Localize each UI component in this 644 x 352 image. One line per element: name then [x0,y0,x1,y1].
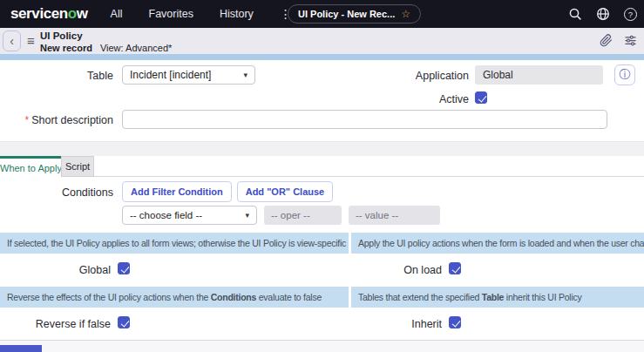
globe-icon[interactable] [596,7,610,21]
reverse-if-false-hint: Reverse the effects of the UI policy act… [0,287,349,308]
short-description-input[interactable] [122,110,607,129]
reverse-if-false-checkbox[interactable] [118,316,130,328]
inherit-checkbox[interactable] [449,316,461,328]
attachment-paperclip-icon[interactable] [600,34,613,47]
record-pill-label: UI Policy - New Rec... [298,9,395,19]
add-or-clause-button[interactable]: Add "OR" Clause [237,181,334,202]
view-indicator: View: Advanced* [100,43,172,53]
table-field-label: Table [0,70,113,82]
record-heading: UI Policy New recordView: Advanced* [40,30,172,53]
active-checkbox[interactable] [475,91,487,104]
table-select[interactable]: Incident [incident] ▾ [122,65,255,85]
tab-script[interactable]: Script [61,156,94,177]
servicenow-ui-policy-form: servicenow All Favorites History ⋮ UI Po… [0,0,644,352]
top-bar: servicenow All Favorites History ⋮ UI Po… [0,0,644,28]
operator-select-disabled: -- oper -- [264,206,342,225]
inherit-hint: Tables that extend the specified Table i… [351,287,644,308]
inherit-checkbox-label: Inherit [329,318,442,330]
choose-field-select[interactable]: -- choose field -- ▾ [122,206,257,225]
active-field-label: Active [356,93,469,105]
horizontal-scrollbar-track[interactable] [0,340,644,352]
nav-item-favorites[interactable]: Favorites [149,8,193,20]
add-filter-condition-button[interactable]: Add Filter Condition [122,181,232,202]
application-info-button[interactable]: ⓘ [614,64,635,85]
conditions-label: Conditions [0,186,113,199]
servicenow-logo[interactable]: servicenow [10,5,88,23]
nav-item-all[interactable]: All [111,8,123,20]
record-title: UI Policy [40,30,172,41]
back-button[interactable]: ‹ [3,30,21,51]
help-icon[interactable]: ? [624,8,637,21]
form-context-menu-icon[interactable]: ≡ [27,33,35,48]
personalize-sliders-icon[interactable] [624,34,637,47]
record-header-bar: ‹ ≡ UI Policy New recordView: Advanced* [0,28,644,54]
mandatory-icon: * [25,114,30,126]
favorite-star-icon[interactable]: ☆ [401,8,410,20]
horizontal-scrollbar-thumb[interactable] [0,345,42,352]
application-field-value: Global [475,65,603,85]
tab-strip-background [0,141,644,156]
choose-field-value: -- choose field -- [130,210,202,220]
condition-buttons: Add Filter Condition Add "OR" Clause [122,181,333,202]
top-navigation: All Favorites History ⋮ [111,7,292,21]
tab-when-to-apply[interactable]: When to Apply [0,156,61,177]
record-subtitle: New record [40,43,92,53]
application-field-label: Application [356,70,469,82]
current-record-pill[interactable]: UI Policy - New Rec... ☆ [288,4,421,24]
section-accent-bar [0,54,644,60]
chevron-down-icon: ▾ [243,71,247,79]
onload-field-hint: Apply the UI policy actions when the for… [351,233,644,254]
global-checkbox[interactable] [118,262,130,274]
onload-checkbox[interactable] [449,262,461,274]
short-description-label: *Short description [0,114,113,126]
table-select-value: Incident [incident] [130,69,211,81]
reverse-if-false-checkbox-label: Reverse if false [0,318,111,330]
global-field-hint: If selected, the UI Policy applies to al… [0,233,349,254]
topbar-icons: ? [568,0,637,28]
nav-item-history[interactable]: History [220,8,254,20]
chevron-down-icon: ▾ [245,211,249,220]
record-header-icons [600,34,637,47]
global-checkbox-label: Global [0,264,111,276]
onload-checkbox-label: On load [329,264,442,276]
search-icon[interactable] [568,7,582,21]
value-field-disabled: -- value -- [349,206,440,225]
tab-divider-line [94,176,644,177]
